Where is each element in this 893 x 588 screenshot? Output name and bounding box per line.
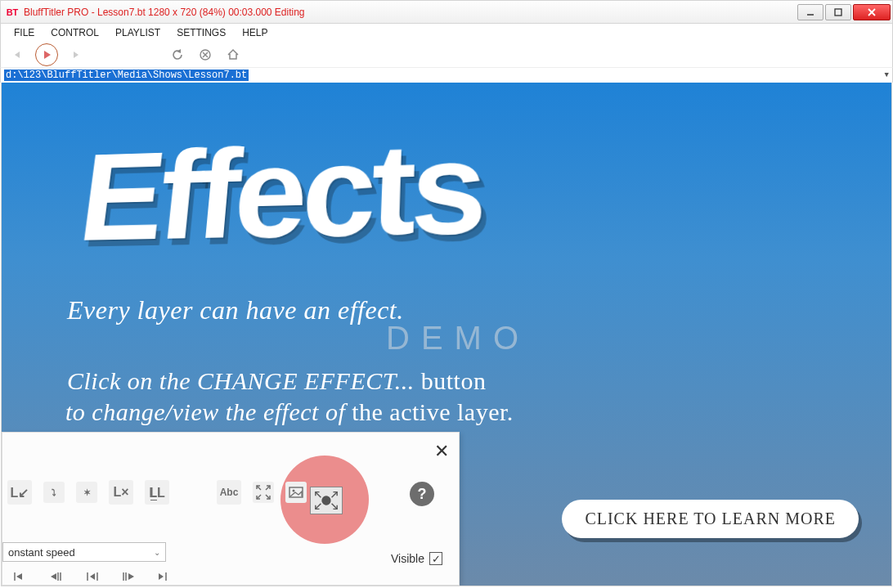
svg-marker-32 — [128, 573, 134, 580]
ll-icon[interactable]: L̲L — [145, 480, 169, 505]
key-last-icon[interactable] — [117, 568, 140, 585]
visible-checkbox[interactable]: ✓ — [429, 552, 442, 565]
preview-line-1: Every layer can have an effect. — [67, 295, 404, 325]
demo-watermark: DEMO — [386, 320, 530, 357]
menu-help[interactable]: HELP — [234, 25, 276, 40]
play-button[interactable] — [35, 43, 58, 66]
maximize-button[interactable] — [825, 4, 851, 20]
path-dropdown-icon[interactable]: ▼ — [885, 71, 889, 79]
stop-button[interactable] — [195, 45, 215, 65]
path-bar[interactable]: d:\123\BluffTitler\Media\Shows\Lesson7.b… — [0, 68, 893, 83]
timeline-icons — [9, 568, 176, 585]
preview-line-3b: the active layer. — [352, 398, 514, 425]
svg-line-18 — [332, 492, 338, 498]
preview-viewport: Effects Every layer can have an effect. … — [1, 83, 892, 586]
svg-line-19 — [316, 504, 321, 509]
menu-file[interactable]: FILE — [6, 25, 43, 40]
visible-label: Visible — [391, 552, 424, 565]
panel-icon-row: L↙ ⤵ ✶ L× L̲L Abc — [7, 480, 307, 505]
menu-control[interactable]: CONTROL — [43, 25, 107, 40]
key-prev-icon[interactable] — [9, 568, 32, 585]
home-button[interactable] — [223, 45, 243, 65]
menu-playlist[interactable]: PLAYLIST — [107, 25, 168, 40]
window-title: BluffTitler PRO - Lesson7.bt 1280 x 720 … — [24, 7, 796, 18]
svg-marker-23 — [16, 573, 22, 580]
svg-rect-21 — [320, 494, 332, 506]
titlebar: BT BluffTitler PRO - Lesson7.bt 1280 x 7… — [0, 0, 893, 24]
preview-line-2a: Click on the CHANGE EFFECT... — [67, 367, 421, 394]
svg-point-16 — [293, 490, 295, 492]
layer-panel: ✕ L↙ ⤵ ✶ L× L̲L Abc ? onstant speed ⌄ Vi… — [2, 432, 460, 586]
svg-marker-4 — [15, 52, 20, 58]
file-path: d:\123\BluffTitler\Media\Shows\Lesson7.b… — [4, 70, 249, 81]
key-next-icon[interactable] — [153, 568, 176, 585]
abc-icon[interactable]: Abc — [217, 480, 241, 505]
preview-line-2: Click on the CHANGE EFFECT... button — [67, 367, 486, 395]
key-first-icon[interactable] — [45, 568, 68, 585]
svg-marker-5 — [44, 51, 51, 59]
prev-button[interactable] — [7, 45, 27, 65]
next-button[interactable] — [66, 45, 86, 65]
change-effect-button[interactable] — [310, 487, 343, 514]
app-icon: BT — [6, 6, 19, 19]
visible-toggle[interactable]: Visible ✓ — [391, 552, 442, 565]
menu-bar: FILE CONTROL PLAYLIST SETTINGS HELP — [0, 24, 893, 42]
svg-marker-24 — [51, 573, 56, 580]
learn-more-button[interactable]: CLICK HERE TO LEARN MORE — [562, 500, 859, 538]
speed-dropdown-value: onstant speed — [8, 546, 75, 559]
collapse-icon[interactable]: ✶ — [76, 482, 97, 503]
lx-icon[interactable]: L× — [109, 480, 133, 505]
menu-settings[interactable]: SETTINGS — [168, 25, 234, 40]
svg-rect-1 — [835, 9, 841, 16]
minimize-button[interactable] — [797, 4, 823, 20]
key-add-icon[interactable] — [81, 568, 104, 585]
preview-title-text: Effects — [74, 129, 482, 254]
chevron-down-icon: ⌄ — [154, 548, 160, 557]
preview-line-2b: button — [421, 367, 487, 394]
toolbar — [0, 42, 893, 68]
refresh-button[interactable] — [168, 45, 187, 65]
svg-marker-33 — [159, 573, 164, 580]
svg-marker-6 — [74, 52, 79, 58]
svg-line-20 — [332, 504, 338, 509]
expand-icon[interactable] — [253, 482, 274, 503]
svg-marker-28 — [90, 573, 95, 580]
close-button[interactable] — [853, 4, 891, 20]
speed-dropdown[interactable]: onstant speed ⌄ — [2, 542, 166, 562]
preview-line-3: to change/view the effect of the active … — [65, 398, 514, 426]
help-icon[interactable]: ? — [410, 482, 434, 506]
window-controls — [796, 4, 891, 20]
preview-line-3a: to change/view the effect of — [65, 398, 352, 425]
image-icon[interactable] — [285, 482, 307, 503]
panel-close-icon[interactable]: ✕ — [434, 441, 449, 462]
layer-down-icon[interactable]: L↙ — [7, 480, 32, 505]
attach-icon[interactable]: ⤵ — [43, 482, 65, 503]
svg-line-17 — [316, 492, 321, 498]
